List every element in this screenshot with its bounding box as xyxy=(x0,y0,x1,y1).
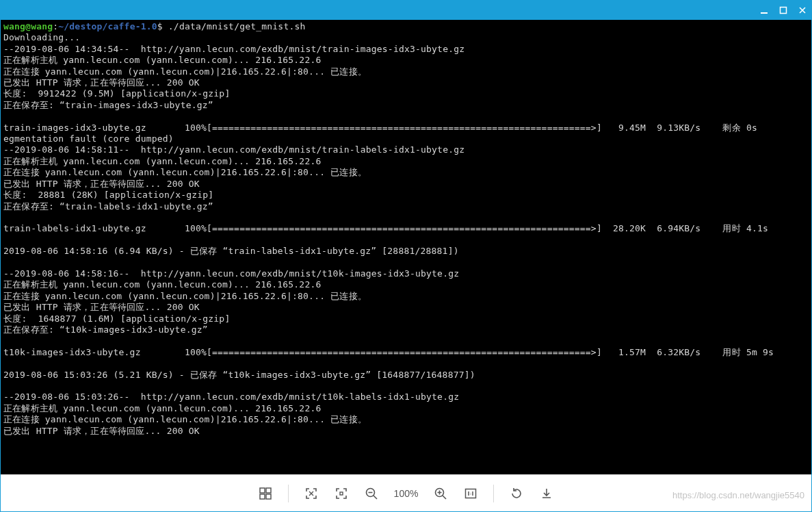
fit-button[interactable] xyxy=(334,486,349,501)
titlebar[interactable] xyxy=(1,1,811,20)
rotate-button[interactable] xyxy=(509,486,524,501)
download-icon xyxy=(540,487,553,500)
terminal-line: 长度: 28881 (28K) [application/x-gzip] xyxy=(3,190,213,200)
one-to-one-icon xyxy=(464,487,477,500)
terminal-line: 正在解析主机 yann.lecun.com (yann.lecun.com)..… xyxy=(3,279,321,290)
terminal-line: egmentation fault (core dumped) xyxy=(3,133,174,144)
fullscreen-icon xyxy=(304,487,318,500)
svg-rect-6 xyxy=(340,492,343,495)
terminal-line: 正在保存至: “t10k-images-idx3-ubyte.gz” xyxy=(3,324,208,335)
zoom-in-button[interactable] xyxy=(433,486,448,501)
terminal-line: 2019-08-06 14:58:16 (6.94 KB/s) - 已保存 “t… xyxy=(3,246,459,256)
prompt-user-host: wang@wang xyxy=(3,21,53,31)
terminal-line: train-labels-idx1-ubyte.gz 100%[========… xyxy=(3,223,768,233)
svg-rect-0 xyxy=(761,12,768,14)
terminal-line: 正在保存至: “train-labels-idx1-ubyte.gz” xyxy=(3,201,213,212)
zoom-level: 100% xyxy=(394,488,419,499)
toolbar-separator xyxy=(288,485,289,502)
svg-rect-2 xyxy=(260,488,265,493)
terminal-line: 正在连接 yann.lecun.com (yann.lecun.com)|216… xyxy=(3,414,367,424)
svg-rect-5 xyxy=(266,494,271,499)
terminal-line: 长度: 1648877 (1.6M) [application/x-gzip] xyxy=(3,313,230,324)
prompt-dollar: $ xyxy=(157,21,163,31)
terminal-line: --2019-08-06 14:58:11-- http://yann.lecu… xyxy=(3,144,464,155)
grid-icon xyxy=(259,487,272,500)
minimize-button[interactable] xyxy=(759,5,769,15)
download-button[interactable] xyxy=(539,486,554,501)
prompt-path: ~/destop/caffe-1.0 xyxy=(58,21,157,31)
maximize-button[interactable] xyxy=(778,5,788,15)
terminal-line: t10k-images-idx3-ubyte.gz 100%[=========… xyxy=(3,347,774,357)
zoom-out-icon xyxy=(365,487,378,500)
grid-view-button[interactable] xyxy=(258,486,273,501)
svg-rect-9 xyxy=(466,489,476,498)
fit-icon xyxy=(335,487,348,500)
terminal-line: 已发出 HTTP 请求，正在等待回应... 200 OK xyxy=(3,426,200,436)
terminal-line: --2019-08-06 14:34:54-- http://yann.lecu… xyxy=(3,44,464,54)
maximize-icon xyxy=(779,6,787,14)
zoom-in-icon xyxy=(434,487,447,500)
close-button[interactable] xyxy=(798,5,807,15)
terminal-line: 长度: 9912422 (9.5M) [application/x-gzip] xyxy=(3,88,230,99)
terminal-line: 正在解析主机 yann.lecun.com (yann.lecun.com)..… xyxy=(3,403,321,413)
terminal-line: Downloading... xyxy=(3,32,80,42)
terminal-line: train-images-idx3-ubyte.gz 100%[========… xyxy=(3,123,757,133)
terminal-line: 已发出 HTTP 请求，正在等待回应... 200 OK xyxy=(3,302,200,312)
terminal-line: --2019-08-06 15:03:26-- http://yann.lecu… xyxy=(3,392,459,402)
watermark-text: https://blog.csdn.net/wangjie5540 xyxy=(672,490,804,500)
terminal-line: 正在保存至: “train-images-idx3-ubyte.gz” xyxy=(3,100,213,110)
close-icon xyxy=(798,6,807,14)
toolbar-separator xyxy=(493,485,494,502)
terminal-line: 正在解析主机 yann.lecun.com (yann.lecun.com)..… xyxy=(3,55,321,65)
terminal-line: --2019-08-06 14:58:16-- http://yann.lecu… xyxy=(3,268,459,279)
terminal-line: 已发出 HTTP 请求，正在等待回应... 200 OK xyxy=(3,77,200,88)
terminal-line: 正在连接 yann.lecun.com (yann.lecun.com)|216… xyxy=(3,291,367,301)
svg-rect-4 xyxy=(260,494,265,499)
prompt-command: ./data/mnist/get_mnist.sh xyxy=(163,21,306,31)
terminal-output[interactable]: wang@wang:~/destop/caffe-1.0$ ./data/mni… xyxy=(1,20,811,474)
terminal-line: 已发出 HTTP 请求，正在等待回应... 200 OK xyxy=(3,179,200,189)
svg-rect-3 xyxy=(266,488,271,493)
terminal-line: 正在连接 yann.lecun.com (yann.lecun.com)|216… xyxy=(3,167,367,177)
rotate-icon xyxy=(510,487,523,500)
terminal-line: 正在连接 yann.lecun.com (yann.lecun.com)|216… xyxy=(3,66,367,77)
viewer-toolbar: 100% https://blog.csdn. xyxy=(1,474,811,511)
minimize-icon xyxy=(760,6,768,14)
fullscreen-button[interactable] xyxy=(304,486,319,501)
app-window: wang@wang:~/destop/caffe-1.0$ ./data/mni… xyxy=(0,0,812,512)
svg-rect-1 xyxy=(781,8,787,14)
terminal-line: 2019-08-06 15:03:26 (5.21 KB/s) - 已保存 “t… xyxy=(3,370,475,380)
actual-size-button[interactable] xyxy=(463,486,478,501)
terminal-line: 正在解析主机 yann.lecun.com (yann.lecun.com)..… xyxy=(3,156,321,166)
zoom-out-button[interactable] xyxy=(364,486,379,501)
